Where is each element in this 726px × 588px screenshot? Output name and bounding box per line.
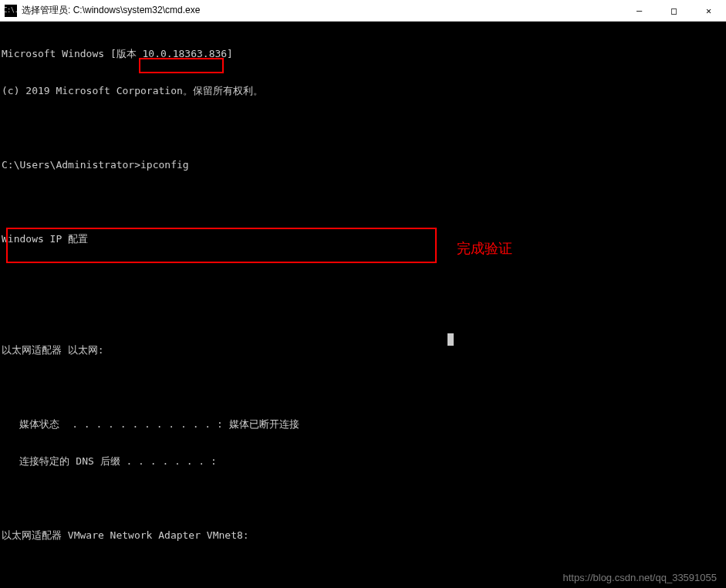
window-controls: — □ ✕ — [622, 0, 726, 21]
adapter-header: 以太网适配器 以太网: — [2, 344, 726, 357]
output-line: 媒体状态 . . . . . . . . . . . . : 媒体已断开连接 — [2, 418, 726, 431]
cursor-icon — [447, 333, 454, 346]
output-line: (c) 2019 Microsoft Corporation。保留所有权利。 — [2, 85, 726, 97]
terminal-output[interactable]: Microsoft Windows [版本 10.0.18363.836] (c… — [0, 22, 726, 588]
output-line — [2, 196, 726, 208]
watermark-text: https://blog.csdn.net/qq_33591055 — [563, 572, 718, 583]
close-button[interactable]: ✕ — [691, 0, 726, 21]
output-line: Windows IP 配置 — [2, 233, 726, 245]
annotation-label: 完成验证 — [457, 239, 512, 258]
prompt-line: C:\Users\Administrator>ipconfig — [2, 159, 726, 171]
output-line: Microsoft Windows [版本 10.0.18363.836] — [2, 48, 726, 60]
window-titlebar: C:\. 选择管理员: C:\windows\system32\cmd.exe … — [0, 0, 726, 22]
output-line — [2, 492, 726, 505]
maximize-button[interactable]: □ — [657, 0, 691, 21]
minimize-button[interactable]: — — [622, 0, 657, 21]
output-line — [2, 381, 726, 394]
output-line — [2, 307, 726, 319]
output-line: 连接特定的 DNS 后缀 . . . . . . . : — [2, 455, 726, 468]
cmd-icon: C:\. — [5, 5, 17, 17]
output-line — [2, 122, 726, 134]
window-title: 选择管理员: C:\windows\system32\cmd.exe — [22, 4, 622, 17]
output-line — [2, 270, 726, 282]
adapter-header: 以太网适配器 VMware Network Adapter VMnet8: — [2, 529, 726, 542]
